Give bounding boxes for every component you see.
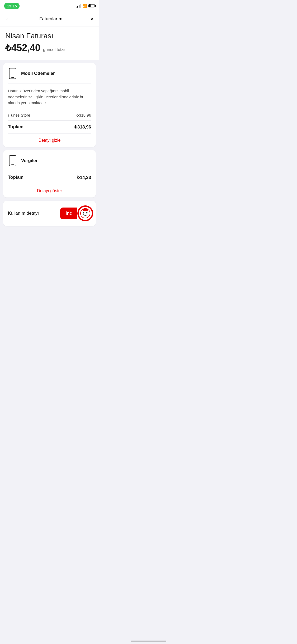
- itunes-value: ₺318,96: [76, 113, 91, 118]
- itunes-row: iTunes Store ₺318,96: [3, 110, 96, 120]
- vergiler-card-header: Vergiler: [3, 150, 96, 171]
- mobil-odemeler-description: Hattınız üzerinden yaptığınız mobil ödem…: [3, 84, 96, 110]
- kullanim-detayi-label: Kullanım detayı: [8, 211, 39, 216]
- nav-bar: ← Faturalarım ×: [0, 12, 99, 26]
- vergiler-title: Vergiler: [21, 158, 37, 163]
- vergiler-phone-icon: [8, 155, 17, 167]
- vergiler-total-label: Toplam: [8, 175, 23, 180]
- mobil-total-value: ₺318,96: [74, 124, 91, 130]
- itunes-label: iTunes Store: [8, 113, 30, 117]
- svg-point-5: [83, 212, 84, 213]
- mobil-odemeler-card: Mobil Ödemeler Hattınız üzerinden yaptığ…: [3, 63, 96, 147]
- invoice-amount: ₺452,40: [5, 42, 40, 53]
- inc-button[interactable]: İnc: [60, 208, 77, 219]
- bottom-card-right: İnc: [60, 205, 96, 221]
- invoice-title: Nisan Faturası: [5, 32, 94, 40]
- vodafone-mascot: [77, 205, 93, 221]
- content-area: Mobil Ödemeler Hattınız üzerinden yaptığ…: [0, 60, 99, 229]
- battery-icon: [88, 4, 95, 7]
- mascot-face-icon: [79, 207, 92, 220]
- mobil-odemeler-title: Mobil Ödemeler: [21, 71, 55, 76]
- svg-rect-8: [83, 209, 88, 211]
- invoice-amount-label: güncel tutar: [43, 47, 65, 52]
- vergiler-total-value: ₺14,33: [77, 175, 91, 180]
- svg-point-6: [86, 212, 88, 213]
- vergiler-card: Vergiler Toplam ₺14,33 Detayı göster: [3, 150, 96, 197]
- status-bar: 13:15 📶: [0, 0, 99, 12]
- kullanim-detayi-card: Kullanım detayı İnc: [3, 201, 96, 226]
- status-time: 13:15: [4, 3, 20, 9]
- invoice-amount-row: ₺452,40 güncel tutar: [5, 42, 94, 53]
- nav-title: Faturalarım: [39, 16, 62, 22]
- vergiler-total-row: Toplam ₺14,33: [3, 171, 96, 184]
- phone-icon: [8, 68, 17, 79]
- detayi-gizle-button[interactable]: Detayı gizle: [3, 134, 96, 147]
- wifi-icon: 📶: [82, 4, 87, 8]
- mobil-total-label: Toplam: [8, 124, 23, 130]
- mobil-total-row: Toplam ₺318,96: [3, 121, 96, 134]
- detayi-goster-button[interactable]: Detayı göster: [3, 184, 96, 197]
- status-icons: 📶: [76, 4, 95, 8]
- header-section: Nisan Faturası ₺452,40 güncel tutar: [0, 26, 99, 60]
- card-header: Mobil Ödemeler: [3, 63, 96, 84]
- back-button[interactable]: ←: [5, 16, 11, 22]
- signal-icon: [76, 4, 81, 8]
- close-button[interactable]: ×: [91, 16, 94, 22]
